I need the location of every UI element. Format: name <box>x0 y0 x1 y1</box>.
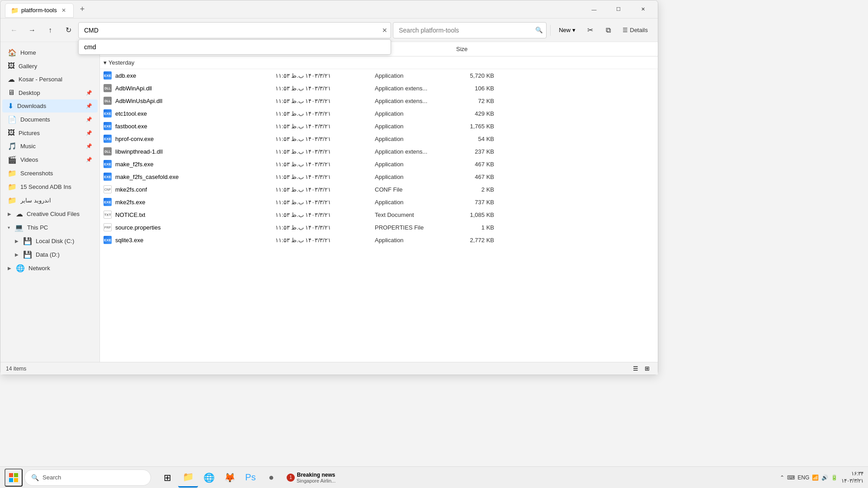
table-row[interactable]: PRP source.properties ۱۴۰۳/۳/۲۱ ب.ظ ۱۱:۵… <box>100 221 658 234</box>
file-size: 2,772 KB <box>453 236 498 244</box>
new-tab-button[interactable]: + <box>77 4 88 15</box>
refresh-button[interactable]: ↻ <box>60 22 76 38</box>
sidebar-item-videos[interactable]: 🎬 Videos 📌 <box>2 153 98 166</box>
table-row[interactable]: DLL libwinpthread-1.dll ۱۴۰۳/۳/۲۱ ب.ظ ۱۱… <box>100 145 658 158</box>
table-row[interactable]: DLL AdbWinUsbApi.dll ۱۴۰۳/۳/۲۱ ب.ظ ۱۱:۵۳… <box>100 94 658 107</box>
exe-icon: EXE <box>104 160 112 168</box>
wifi-icon[interactable]: 📶 <box>812 474 819 481</box>
file-size: 429 KB <box>453 109 498 118</box>
sidebar-item-documents[interactable]: 📄 Documents 📌 <box>2 113 98 126</box>
file-type: Application <box>371 160 453 169</box>
battery-icon[interactable]: 🔋 <box>831 474 838 481</box>
status-bar: 14 items ☰ ⊞ <box>0 362 658 375</box>
list-view-button[interactable]: ☰ <box>630 364 641 373</box>
taskbar-app-icon[interactable]: ● <box>261 468 281 488</box>
back-button[interactable]: ← <box>6 22 22 38</box>
up-button[interactable]: ↑ <box>42 22 58 38</box>
start-button[interactable] <box>5 469 23 487</box>
taskbar-explorer-icon[interactable]: 📁 <box>178 468 198 488</box>
news-widget[interactable]: 1 Breaking news Singapore Airlin... <box>283 470 339 485</box>
autocomplete-item[interactable]: cmd <box>79 40 391 54</box>
dll-icon: DLL <box>104 147 112 155</box>
sidebar-item-network[interactable]: ▶ 🌐 Network <box>2 262 98 275</box>
expand-arrow: ▶ <box>8 211 11 216</box>
sidebar-item-datad[interactable]: ▶ 💾 Data (D:) <box>2 248 98 261</box>
cut-button[interactable]: ✂ <box>582 22 598 38</box>
file-content-area: Name ▾ Date modified Type Size ▾ Yesterd… <box>100 42 658 362</box>
table-row[interactable]: DLL AdbWinApi.dll ۱۴۰۳/۳/۲۱ ب.ظ ۱۱:۵۳ Ap… <box>100 82 658 94</box>
search-button[interactable]: 🔍 <box>535 27 543 33</box>
sidebar-item-desktop[interactable]: 🖥 Desktop 📌 <box>2 86 98 99</box>
file-size: 72 KB <box>453 97 498 105</box>
pictures-icon: 🖼 <box>8 129 15 137</box>
search-input[interactable] <box>393 22 547 38</box>
news-subtitle: Singapore Airlin... <box>297 478 335 483</box>
expand-arrow: ▶ <box>15 239 19 244</box>
taskbar-firefox-icon[interactable]: 🦊 <box>220 468 240 488</box>
file-name-label: fastboot.exe <box>115 123 147 130</box>
file-name: EXE make_f2fs.exe <box>100 159 272 169</box>
cloud-icon: ☁ <box>8 75 15 84</box>
sidebar-item-gallery[interactable]: 🖼 Gallery <box>2 60 98 72</box>
sidebar-item-pictures[interactable]: 🖼 Pictures 📌 <box>2 127 98 139</box>
table-row[interactable]: EXE make_f2fs_casefold.exe ۱۴۰۳/۳/۲۱ ب.ظ… <box>100 170 658 183</box>
maximize-button[interactable]: ☐ <box>608 2 629 17</box>
pc-icon: 💻 <box>14 223 24 232</box>
sidebar-item-screenshots[interactable]: 📁 Screenshots <box>2 167 98 180</box>
conf-icon: CNF <box>104 185 112 193</box>
group-label: Yesterday <box>108 59 134 66</box>
taskbar-ps-icon[interactable]: Ps <box>241 468 260 488</box>
table-row[interactable]: EXE hprof-conv.exe ۱۴۰۳/۳/۲۱ ب.ظ ۱۱:۵۳ A… <box>100 132 658 145</box>
file-date: ۱۴۰۳/۳/۲۱ ب.ظ ۱۱:۵۳ <box>272 135 371 143</box>
file-date: ۱۴۰۳/۳/۲۱ ب.ظ ۱۱:۵۳ <box>272 147 371 156</box>
col-size-header[interactable]: Size <box>453 44 498 54</box>
table-row[interactable]: EXE mke2fs.exe ۱۴۰۳/۳/۲۱ ب.ظ ۱۱:۵۳ Appli… <box>100 196 658 208</box>
table-row[interactable]: CNF mke2fs.conf ۱۴۰۳/۳/۲۱ ب.ظ ۱۱:۵۳ CONF… <box>100 183 658 196</box>
details-icon: ☰ <box>623 27 628 33</box>
sidebar-item-kosar[interactable]: ☁ Kosar - Personal <box>2 73 98 86</box>
address-bar[interactable] <box>78 22 391 38</box>
view-buttons: ☰ ⊞ <box>630 364 652 373</box>
keyboard-icon[interactable]: ⌨ <box>787 474 795 481</box>
sidebar-item-android[interactable]: 📁 اندروید سایر <box>2 194 98 207</box>
sidebar-item-label: Downloads <box>17 103 82 109</box>
file-date: ۱۴۰۳/۳/۲۱ ب.ظ ۱۱:۵۳ <box>272 84 371 93</box>
taskbar-edge-icon[interactable]: 🌐 <box>199 468 219 488</box>
table-row[interactable]: TXT NOTICE.txt ۱۴۰۳/۳/۲۱ ب.ظ ۱۱:۵۳ Text … <box>100 208 658 221</box>
sidebar-item-localdisk[interactable]: ▶ 💾 Local Disk (C:) <box>2 235 98 248</box>
sound-icon[interactable]: 🔊 <box>821 474 828 481</box>
taskbar-widgets-icon[interactable]: ⊞ <box>157 468 177 488</box>
sidebar-item-thispc[interactable]: ▾ 💻 This PC <box>2 221 98 234</box>
time-block[interactable]: ۱۶:۳۴ ۱۴۰۳/۳/۲۱ <box>841 470 863 484</box>
exe-icon: EXE <box>104 122 112 130</box>
table-row[interactable]: EXE sqlite3.exe ۱۴۰۳/۳/۲۱ ب.ظ ۱۱:۵۳ Appl… <box>100 234 658 246</box>
txt-icon: TXT <box>104 211 112 219</box>
tab-close-button[interactable]: ✕ <box>60 6 68 14</box>
clear-address-button[interactable]: ✕ <box>382 27 387 34</box>
main-layout: 🏠 Home 🖼 Gallery ☁ Kosar - Personal 🖥 De… <box>0 42 658 362</box>
expand-arrow: ▶ <box>8 266 11 271</box>
minimize-button[interactable]: — <box>584 2 604 17</box>
table-row[interactable]: EXE etc1tool.exe ۱۴۰۳/۳/۲۱ ب.ظ ۱۱:۵۳ App… <box>100 107 658 120</box>
sidebar-item-downloads[interactable]: ⬇ Downloads 📌 <box>2 99 98 113</box>
table-row[interactable]: EXE adb.exe ۱۴۰۳/۳/۲۱ ب.ظ ۱۱:۵۳ Applicat… <box>100 69 658 82</box>
sidebar-item-label: اندروید سایر <box>20 197 92 204</box>
grid-view-button[interactable]: ⊞ <box>642 364 652 373</box>
taskbar-search-bar[interactable]: 🔍 Search <box>24 469 151 486</box>
table-row[interactable]: EXE make_f2fs.exe ۱۴۰۳/۳/۲۱ ب.ظ ۱۱:۵۳ Ap… <box>100 158 658 170</box>
sidebar-item-music[interactable]: 🎵 Music 📌 <box>2 140 98 153</box>
copy-button[interactable]: ⧉ <box>600 22 616 38</box>
file-type: Application extens... <box>371 147 453 156</box>
file-name: EXE make_f2fs_casefold.exe <box>100 172 272 182</box>
sidebar-item-creative[interactable]: ▶ ☁ Creative Cloud Files <box>2 207 98 221</box>
sys-tray: ⌃ ⌨ ENG 📶 🔊 🔋 <box>780 474 838 481</box>
close-button[interactable]: ✕ <box>632 2 653 17</box>
chevron-up-icon[interactable]: ⌃ <box>780 474 784 481</box>
table-row[interactable]: EXE fastboot.exe ۱۴۰۳/۳/۲۱ ب.ظ ۱۱:۵۳ App… <box>100 120 658 132</box>
active-tab[interactable]: 📁 platform-tools ✕ <box>5 3 74 18</box>
forward-button[interactable]: → <box>24 22 40 38</box>
details-button[interactable]: ☰ Details <box>618 24 652 36</box>
sidebar-item-15second[interactable]: 📁 15 Second ADB Ins <box>2 180 98 193</box>
new-item-button[interactable]: New ▾ <box>554 24 580 36</box>
sidebar-item-label: Videos <box>20 156 82 163</box>
